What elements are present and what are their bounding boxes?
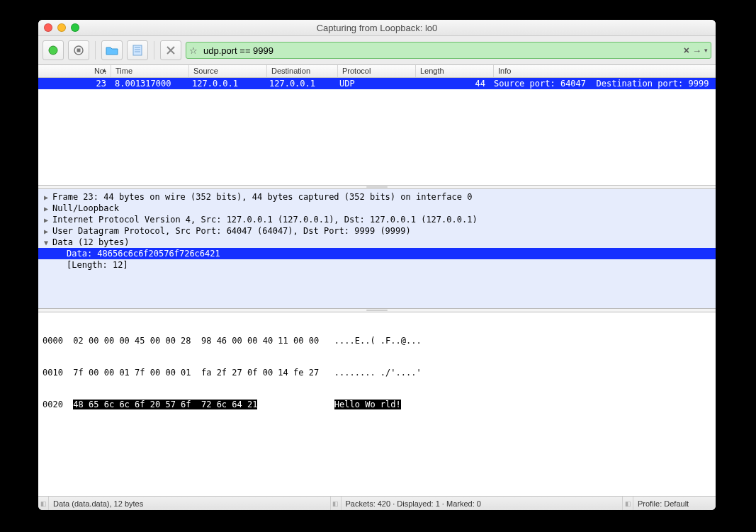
pane-splitter[interactable]: [38, 185, 716, 189]
tree-item-data[interactable]: ▼Data (12 bytes): [38, 237, 716, 248]
status-field-info: Data (data.data), 12 bytes: [49, 499, 330, 508]
expert-info-button[interactable]: ◧: [38, 497, 49, 510]
cell-info: Source port: 64047 Destination port: 999…: [490, 79, 716, 89]
filter-controls: × → ▾: [684, 45, 709, 56]
packet-details-tree[interactable]: ▶Frame 23: 44 bytes on wire (352 bits), …: [38, 189, 716, 308]
display-filter[interactable]: ☆ × → ▾: [186, 42, 711, 59]
cell-src: 127.0.0.1: [188, 79, 265, 89]
column-protocol[interactable]: Protocol: [338, 65, 416, 77]
tree-item-data-length[interactable]: [Length: 12]: [38, 259, 716, 271]
svg-rect-3: [133, 45, 142, 55]
disclosure-right-icon[interactable]: ▶: [44, 227, 52, 235]
packet-list-header: No.▲ Time Source Destination Protocol Le…: [38, 65, 716, 78]
status-profile[interactable]: Profile: Default: [633, 499, 716, 508]
column-time[interactable]: Time: [111, 65, 189, 77]
packet-list[interactable]: 23 8.001317000 127.0.0.1 127.0.0.1 UDP 4…: [38, 78, 716, 185]
disclosure-down-icon[interactable]: ▼: [44, 239, 52, 247]
main-toolbar: ☆ × → ▾: [38, 36, 716, 65]
tree-item-ip[interactable]: ▶Internet Protocol Version 4, Src: 127.0…: [38, 214, 716, 225]
close-file-button[interactable]: [160, 40, 181, 60]
cell-pro: UDP: [335, 79, 412, 89]
column-length[interactable]: Length: [416, 65, 494, 77]
cell-time: 8.001317000: [111, 79, 188, 89]
sort-asc-icon: ▲: [101, 67, 108, 74]
column-source[interactable]: Source: [189, 65, 267, 77]
close-window-button[interactable]: [44, 23, 52, 32]
status-separator: ◧: [330, 497, 342, 510]
hex-row[interactable]: 0020 48 65 6c 6c 6f 20 57 6f 72 6c 64 21…: [43, 399, 711, 411]
app-window: Capturing from Loopback: lo0 ☆ × → ▾: [38, 20, 716, 510]
cell-no: 23: [38, 79, 111, 89]
hex-row[interactable]: 0000 02 00 00 00 45 00 00 28 98 46 00 00…: [43, 335, 711, 347]
svg-point-0: [49, 46, 57, 55]
disclosure-right-icon[interactable]: ▶: [44, 205, 52, 213]
cell-dst: 127.0.0.1: [265, 79, 335, 89]
display-filter-input[interactable]: [202, 45, 681, 57]
column-info[interactable]: Info: [494, 65, 716, 77]
filter-dropdown-icon[interactable]: ▾: [704, 47, 708, 54]
clear-filter-icon[interactable]: ×: [684, 45, 689, 56]
zoom-window-button[interactable]: [71, 23, 79, 32]
hex-row[interactable]: 0010 7f 00 00 01 7f 00 00 01 fa 2f 27 0f…: [43, 367, 711, 379]
disclosure-right-icon[interactable]: ▶: [44, 193, 52, 201]
tree-item-data-hex[interactable]: Data: 48656c6c6f20576f726c6421: [38, 248, 716, 259]
bookmark-filter-icon[interactable]: ☆: [188, 45, 199, 56]
toolbar-separator: [154, 41, 154, 60]
pane-splitter[interactable]: [38, 308, 716, 312]
status-bar: ◧ Data (data.data), 12 bytes ◧ Packets: …: [38, 496, 716, 510]
disclosure-right-icon[interactable]: ▶: [44, 216, 52, 224]
titlebar: Capturing from Loopback: lo0: [38, 20, 716, 36]
stop-capture-button[interactable]: [68, 40, 89, 60]
tree-item-udp[interactable]: ▶User Datagram Protocol, Src Port: 64047…: [38, 225, 716, 237]
start-capture-button[interactable]: [43, 40, 64, 60]
tree-item-loopback[interactable]: ▶Null/Loopback: [38, 203, 716, 214]
open-file-button[interactable]: [101, 40, 123, 60]
ascii-selection: rld!: [380, 400, 401, 409]
window-title: Capturing from Loopback: lo0: [317, 23, 438, 33]
cell-len: 44: [412, 79, 490, 89]
ascii-selection: Hello Wo: [334, 400, 380, 409]
save-file-button[interactable]: [127, 40, 148, 60]
minimize-window-button[interactable]: [57, 23, 66, 32]
svg-rect-2: [77, 49, 81, 52]
status-packet-counts: Packets: 420 · Displayed: 1 · Marked: 0: [342, 499, 623, 508]
column-no[interactable]: No.▲: [38, 65, 111, 77]
packet-bytes-pane[interactable]: 0000 02 00 00 00 45 00 00 28 98 46 00 00…: [38, 312, 716, 496]
apply-filter-icon[interactable]: →: [692, 45, 701, 56]
traffic-lights: [44, 23, 79, 32]
column-destination[interactable]: Destination: [267, 65, 338, 77]
status-separator: ◧: [622, 497, 633, 510]
toolbar-separator: [95, 41, 96, 60]
packet-row[interactable]: 23 8.001317000 127.0.0.1 127.0.0.1 UDP 4…: [38, 78, 716, 89]
tree-item-frame[interactable]: ▶Frame 23: 44 bytes on wire (352 bits), …: [38, 191, 716, 203]
hex-selection: 48 65 6c 6c 6f 20 57 6f 72 6c 64 21: [73, 400, 257, 409]
